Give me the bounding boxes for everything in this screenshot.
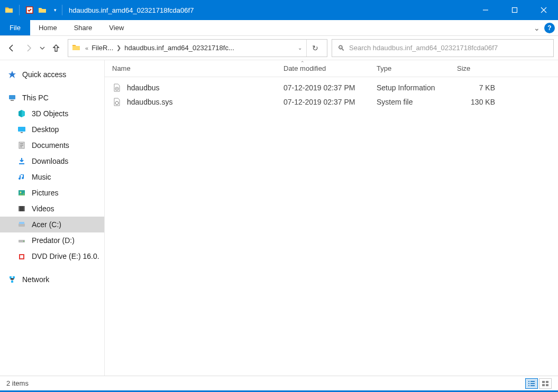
new-folder-icon[interactable] [38,5,47,15]
sidebar-label: Pictures [32,189,59,197]
sidebar-this-pc[interactable]: This PC [0,90,104,106]
search-input[interactable] [349,44,548,52]
sidebar-item-music[interactable]: Music [0,169,104,185]
svg-rect-12 [24,206,25,211]
forward-button [21,41,36,55]
svg-rect-26 [546,381,548,383]
drive-icon [17,236,26,245]
file-size: 7 KB [450,83,502,92]
svg-rect-28 [546,384,548,386]
column-date[interactable]: Date modified [276,60,369,77]
file-menu[interactable]: File [0,20,30,35]
file-size: 130 KB [450,98,502,106]
sidebar-item-downloads[interactable]: Downloads [0,153,104,169]
svg-rect-19 [10,276,12,278]
tab-home[interactable]: Home [30,20,66,35]
sidebar-label: 3D Objects [32,109,68,118]
sidebar-item-desktop[interactable]: Desktop [0,122,104,137]
address-dropdown-icon[interactable]: ⌄ [294,45,306,51]
svg-rect-7 [19,163,24,164]
maximize-button[interactable] [500,0,529,20]
breadcrumb-segment[interactable]: hdaudbus.inf_amd64_02321718fc... [124,44,234,52]
sidebar-label: Predator (D:) [32,236,75,245]
close-button[interactable] [529,0,558,20]
breadcrumb-segment[interactable]: FileR... [92,44,113,52]
svg-point-9 [20,192,22,193]
navigation-bar: « FileR... ❯ hdaudbus.inf_amd64_02321718… [0,36,558,60]
search-icon: 🔍︎ [337,44,349,52]
quick-access-toolbar: ▾ [0,5,60,15]
address-bar[interactable]: « FileR... ❯ hdaudbus.inf_amd64_02321718… [68,39,327,57]
tab-view[interactable]: View [100,20,132,35]
ribbon: File Home Share View ⌄ ? [0,20,558,36]
sys-file-icon [112,97,122,107]
file-type: Setup Information [369,83,450,92]
sidebar-label: Desktop [32,125,59,134]
refresh-button[interactable]: ↻ [306,40,324,57]
up-button[interactable] [49,41,63,55]
sidebar-label: Documents [32,141,69,150]
sidebar-label: Music [32,173,51,181]
network-icon [7,275,17,284]
file-name: hdaudbus [127,83,160,92]
status-bar: 2 items [0,376,558,390]
sidebar-item-3d-objects[interactable]: 3D Objects [0,106,104,122]
sidebar-item-documents[interactable]: Documents [0,137,104,153]
download-icon [17,156,26,166]
sidebar-label: This PC [22,94,49,102]
sidebar-label: Videos [32,204,54,213]
sidebar-network[interactable]: Network [0,272,104,287]
file-name: hdaudbus.sys [127,98,172,106]
sort-indicator-icon: ⌃ [300,60,305,66]
ribbon-expand-icon[interactable]: ⌄ [534,24,540,32]
window-title: hdaudbus.inf_amd64_02321718fcda06f7 [65,6,471,14]
details-view-button[interactable] [525,378,538,389]
chevron-right-icon[interactable]: ❯ [113,44,124,51]
svg-rect-2 [9,95,15,99]
recent-dropdown[interactable] [38,41,47,55]
toolbar-dropdown-icon[interactable]: ▾ [50,5,60,15]
svg-rect-4 [18,127,25,132]
dvd-icon [17,251,26,261]
breadcrumb-prefix[interactable]: « [82,45,92,51]
column-name[interactable]: Name [105,60,276,77]
sidebar-item-acer-c[interactable]: Acer (C:) [0,217,104,232]
file-date: 07-12-2019 02:37 PM [276,83,369,92]
column-headers: Name ⌃ Date modified Type Size [105,60,558,77]
thumbnails-view-button[interactable] [539,378,552,389]
back-button[interactable] [4,41,19,55]
svg-rect-20 [13,276,15,278]
file-type: System file [369,98,450,106]
tab-share[interactable]: Share [66,20,101,35]
sidebar-item-predator-d[interactable]: Predator (D:) [0,232,104,248]
star-icon [7,70,17,79]
desktop-icon [17,125,26,134]
column-size[interactable]: Size [450,60,502,77]
music-icon [17,172,26,182]
drive-icon [17,220,26,229]
search-box[interactable]: 🔍︎ [332,39,554,57]
inf-file-icon [112,83,122,92]
svg-rect-18 [20,255,23,258]
documents-icon [17,141,26,150]
svg-rect-21 [11,281,13,283]
minimize-button[interactable] [471,0,500,20]
column-type[interactable]: Type [369,60,450,77]
titlebar: ▾ hdaudbus.inf_amd64_02321718fcda06f7 [0,0,558,20]
file-row[interactable]: hdaudbus 07-12-2019 02:37 PM Setup Infor… [105,80,558,95]
properties-icon[interactable] [25,5,34,15]
help-icon[interactable]: ? [544,23,555,33]
svg-point-23 [116,88,117,89]
sidebar-quick-access[interactable]: Quick access [0,67,104,82]
sidebar-label: DVD Drive (E:) 16.0. [32,252,99,260]
svg-rect-25 [542,381,545,383]
nav-pane: Quick access This PC 3D Objects Desktop … [0,60,105,376]
sidebar-item-videos[interactable]: Videos [0,201,104,217]
file-list-pane: Name ⌃ Date modified Type Size hdaudbus … [105,60,558,376]
svg-rect-1 [512,8,517,13]
sidebar-item-pictures[interactable]: Pictures [0,185,104,201]
file-row[interactable]: hdaudbus.sys 07-12-2019 02:37 PM System … [105,95,558,109]
sidebar-item-dvd-e[interactable]: DVD Drive (E:) 16.0. [0,248,104,264]
svg-rect-5 [21,132,23,133]
svg-rect-11 [19,206,20,211]
